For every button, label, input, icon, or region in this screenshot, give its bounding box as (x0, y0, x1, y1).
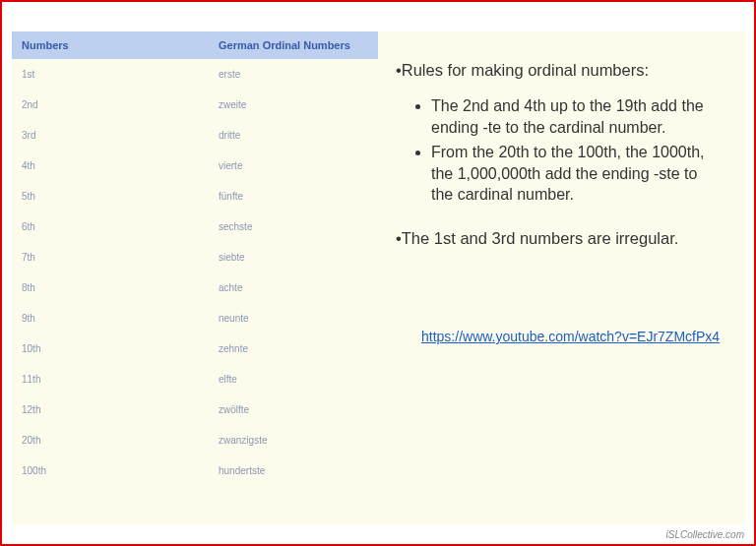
cell-german: vierte (209, 151, 378, 181)
table-row: 1sterste (12, 59, 378, 90)
cell-german: achte (209, 273, 378, 303)
cell-number: 7th (12, 242, 209, 273)
cell-number: 3rd (12, 120, 209, 151)
cell-number: 2nd (12, 90, 209, 120)
cell-number: 1st (12, 59, 209, 90)
cell-number: 20th (12, 425, 209, 455)
cell-number: 6th (12, 212, 209, 242)
rules-list: The 2nd and 4th up to the 19th add the e… (402, 95, 723, 206)
cell-number: 12th (12, 394, 209, 425)
cell-number: 11th (12, 364, 209, 394)
rules-title: •Rules for making ordinal numbers: (396, 61, 723, 80)
table-row: 12thzwölfte (12, 394, 378, 425)
column-header-german: German Ordinal Numbers (209, 31, 378, 59)
table-row: 20thzwanzigste (12, 425, 378, 455)
table-row: 7thsiebte (12, 242, 378, 273)
cell-number: 10th (12, 334, 209, 364)
numbers-table-panel: Numbers German Ordinal Numbers 1sterste2… (12, 31, 378, 524)
rule-item: From the 20th to the 100th, the 1000th, … (431, 142, 723, 206)
cell-german: zwölfte (209, 394, 378, 425)
cell-german: zweite (209, 90, 378, 120)
slide-content: Numbers German Ordinal Numbers 1sterste2… (12, 31, 746, 524)
youtube-link[interactable]: https://www.youtube.com/watch?v=EJr7ZMcf… (421, 329, 720, 344)
table-row: 3rddritte (12, 120, 378, 151)
table-row: 10thzehnte (12, 334, 378, 364)
table-row: 100thhundertste (12, 455, 378, 486)
link-area: https://www.youtube.com/watch?v=EJr7ZMcf… (402, 328, 723, 344)
table-row: 6thsechste (12, 212, 378, 242)
cell-german: erste (209, 59, 378, 90)
cell-german: hundertste (209, 455, 378, 486)
table-row: 5thfünfte (12, 181, 378, 212)
cell-german: dritte (209, 120, 378, 151)
table-row: 8thachte (12, 273, 378, 303)
cell-number: 9th (12, 303, 209, 334)
watermark: iSLCollective.com (666, 529, 744, 540)
cell-number: 5th (12, 181, 209, 212)
rules-panel: •Rules for making ordinal numbers: The 2… (378, 31, 746, 524)
cell-number: 8th (12, 273, 209, 303)
cell-german: elfte (209, 364, 378, 394)
ordinal-numbers-table: Numbers German Ordinal Numbers 1sterste2… (12, 31, 378, 487)
table-row: 9thneunte (12, 303, 378, 334)
irregular-note: •The 1st and 3rd numbers are irregular. (396, 227, 723, 249)
table-row: 11thelfte (12, 364, 378, 394)
table-row: 4thvierte (12, 151, 378, 181)
rule-item: The 2nd and 4th up to the 19th add the e… (431, 95, 723, 138)
cell-german: zwanzigste (209, 425, 378, 455)
cell-german: siebte (209, 242, 378, 273)
cell-number: 100th (12, 455, 209, 486)
table-row: 2ndzweite (12, 90, 378, 120)
cell-german: zehnte (209, 334, 378, 364)
cell-german: neunte (209, 303, 378, 334)
column-header-numbers: Numbers (12, 31, 209, 59)
cell-german: sechste (209, 212, 378, 242)
cell-german: fünfte (209, 181, 378, 212)
cell-number: 4th (12, 151, 209, 181)
